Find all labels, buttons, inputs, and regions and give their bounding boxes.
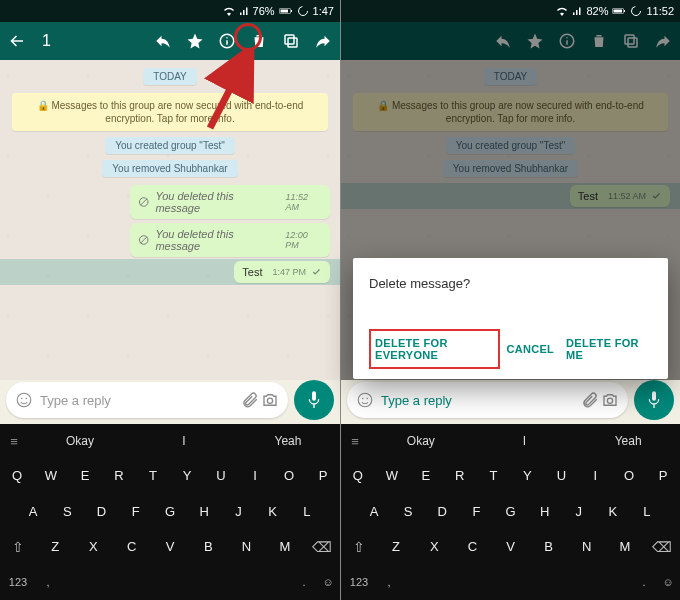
kb-menu-icon[interactable]: ≡ — [341, 434, 369, 449]
kb-key[interactable]: F — [119, 504, 153, 519]
kb-suggestion[interactable]: I — [473, 434, 577, 448]
kb-key[interactable]: W — [375, 468, 409, 483]
kb-key[interactable]: P — [306, 468, 340, 483]
kb-key[interactable]: I — [578, 468, 612, 483]
kb-suggestion[interactable]: I — [132, 434, 236, 448]
mic-button[interactable] — [294, 380, 334, 420]
message-input[interactable]: Type a reply — [347, 382, 628, 418]
kb-key[interactable]: T — [477, 468, 511, 483]
kb-suggestion[interactable]: Okay — [28, 434, 132, 448]
kb-key[interactable]: X — [74, 539, 112, 554]
kb-key[interactable]: U — [204, 468, 238, 483]
kb-comma[interactable]: , — [377, 576, 401, 588]
kb-backspace-icon[interactable]: ⌫ — [644, 539, 680, 555]
kb-emoji-icon[interactable]: ☺ — [316, 576, 340, 588]
kb-key[interactable]: F — [459, 504, 493, 519]
kb-key[interactable]: M — [606, 539, 644, 554]
kb-key[interactable]: N — [227, 539, 265, 554]
kb-shift-icon[interactable]: ⇧ — [341, 539, 377, 555]
cancel-button[interactable]: CANCEL — [500, 335, 560, 363]
message-input[interactable]: Type a reply — [6, 382, 288, 418]
message-row[interactable]: You deleted this message 12:00 PM — [0, 221, 340, 259]
kb-key[interactable]: D — [84, 504, 118, 519]
kb-backspace-icon[interactable]: ⌫ — [304, 539, 340, 555]
kb-key[interactable]: A — [16, 504, 50, 519]
kb-key[interactable]: T — [136, 468, 170, 483]
kb-key[interactable]: L — [290, 504, 324, 519]
message-row-selected[interactable]: Test 1:47 PM — [0, 259, 340, 285]
kb-key[interactable]: O — [272, 468, 306, 483]
kb-key[interactable]: Q — [341, 468, 375, 483]
kb-key[interactable]: B — [189, 539, 227, 554]
kb-key[interactable]: R — [102, 468, 136, 483]
kb-key[interactable]: G — [153, 504, 187, 519]
back-icon[interactable] — [6, 30, 28, 52]
kb-key[interactable]: C — [453, 539, 491, 554]
kb-menu-icon[interactable]: ≡ — [0, 434, 28, 449]
kb-key[interactable]: V — [151, 539, 189, 554]
attach-icon[interactable] — [580, 390, 600, 410]
kb-key[interactable]: K — [596, 504, 630, 519]
attach-icon[interactable] — [240, 390, 260, 410]
kb-key[interactable]: Q — [0, 468, 34, 483]
kb-key[interactable]: Z — [36, 539, 74, 554]
kb-key[interactable]: O — [612, 468, 646, 483]
delete-icon[interactable] — [248, 30, 270, 52]
kb-numbers[interactable]: 123 — [0, 576, 36, 588]
delete-for-everyone-button[interactable]: DELETE FOR EVERYONE — [369, 329, 500, 369]
kb-key[interactable]: J — [221, 504, 255, 519]
kb-key[interactable]: E — [409, 468, 443, 483]
kb-key[interactable]: G — [493, 504, 527, 519]
emoji-icon[interactable] — [355, 390, 375, 410]
kb-period[interactable]: . — [292, 576, 316, 588]
kb-key[interactable]: N — [568, 539, 606, 554]
kb-key[interactable]: S — [391, 504, 425, 519]
reply-icon[interactable] — [152, 30, 174, 52]
kb-key[interactable]: C — [113, 539, 151, 554]
kb-key[interactable]: Y — [511, 468, 545, 483]
kb-key[interactable]: X — [415, 539, 453, 554]
kb-key[interactable]: Z — [377, 539, 415, 554]
info-icon[interactable] — [216, 30, 238, 52]
kb-key[interactable]: J — [562, 504, 596, 519]
kb-key[interactable]: B — [530, 539, 568, 554]
kb-shift-icon[interactable]: ⇧ — [0, 539, 36, 555]
kb-key[interactable]: H — [187, 504, 221, 519]
kb-key[interactable]: U — [544, 468, 578, 483]
kb-key[interactable]: I — [238, 468, 272, 483]
kb-key[interactable]: A — [357, 504, 391, 519]
kb-comma[interactable]: , — [36, 576, 60, 588]
encryption-banner[interactable]: 🔒 Messages to this group are now secured… — [12, 93, 328, 131]
forward-icon[interactable] — [312, 30, 334, 52]
kb-key[interactable]: M — [266, 539, 304, 554]
keyboard[interactable]: ≡ Okay I Yeah QWERTYUIOP ASDFGHJKL ⇧ ZXC… — [341, 424, 680, 600]
camera-icon[interactable] — [600, 390, 620, 410]
camera-icon[interactable] — [260, 390, 280, 410]
kb-key[interactable]: D — [425, 504, 459, 519]
kb-numbers[interactable]: 123 — [341, 576, 377, 588]
kb-key[interactable]: H — [528, 504, 562, 519]
kb-key[interactable]: E — [68, 468, 102, 483]
kb-key[interactable]: L — [630, 504, 664, 519]
message-row[interactable]: You deleted this message 11:52 AM — [0, 183, 340, 221]
kb-key[interactable]: R — [443, 468, 477, 483]
kb-emoji-icon[interactable]: ☺ — [656, 576, 680, 588]
kb-key[interactable]: P — [646, 468, 680, 483]
kb-suggestion[interactable]: Yeah — [236, 434, 340, 448]
star-icon[interactable] — [184, 30, 206, 52]
keyboard[interactable]: ≡ Okay I Yeah QWERTYUIOP ASDFGHJKL ⇧ ZXC… — [0, 424, 340, 600]
kb-key[interactable]: K — [256, 504, 290, 519]
copy-icon[interactable] — [280, 30, 302, 52]
mic-button[interactable] — [634, 380, 674, 420]
kb-suggestion[interactable]: Okay — [369, 434, 473, 448]
kb-suggestion[interactable]: Yeah — [576, 434, 680, 448]
message-time: 12:00 PM — [285, 230, 322, 250]
kb-key[interactable]: W — [34, 468, 68, 483]
kb-key[interactable]: V — [491, 539, 529, 554]
kb-key[interactable]: S — [50, 504, 84, 519]
delete-for-me-button[interactable]: DELETE FOR ME — [560, 329, 652, 369]
kb-period[interactable]: . — [632, 576, 656, 588]
kb-key[interactable]: Y — [170, 468, 204, 483]
kb-row-1: QWERTYUIOP — [341, 458, 680, 494]
emoji-icon[interactable] — [14, 390, 34, 410]
